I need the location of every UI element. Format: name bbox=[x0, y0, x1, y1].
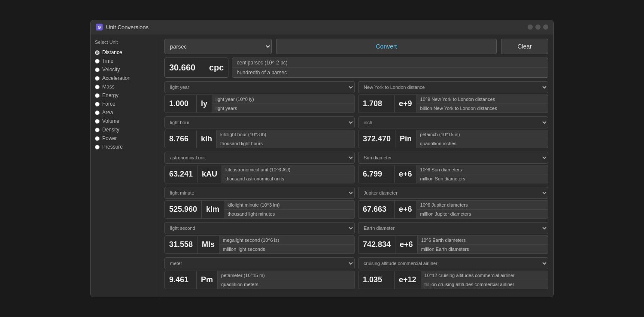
right-section-4: Earth diameter 742.834 e+6 10^6 Earth di… bbox=[358, 222, 548, 254]
left-select-wrapper-5: meter bbox=[164, 257, 355, 269]
right-unit-select-1[interactable]: inch bbox=[358, 116, 548, 128]
sidebar-item-distance[interactable]: Distance bbox=[95, 48, 155, 57]
conv-row-0: light year 1.000 ly light year (10^0 ly)… bbox=[164, 81, 548, 113]
right-section-1: inch 372.470 Pin petainch (10^15 in) qua… bbox=[358, 116, 548, 148]
right-body-4: 742.834 e+6 10^6 Earth diameters million… bbox=[358, 235, 548, 254]
main-content: Select Unit Distance Time Velocity Accel… bbox=[91, 34, 553, 297]
left-body-3: 525.960 klm kilolight minute (10^3 lm) t… bbox=[164, 200, 355, 219]
left-desc-3: kilolight minute (10^3 lm) thousand ligh… bbox=[224, 200, 355, 219]
left-desc-bot-3: thousand light minutes bbox=[224, 210, 354, 218]
right-select-wrapper-2: Sun diameter bbox=[358, 152, 548, 164]
left-section-1: light hour 8.766 klh kilolight hour (10^… bbox=[164, 116, 355, 148]
left-body-5: 9.461 Pm petameter (10^15 m) quadrillion… bbox=[164, 271, 355, 289]
sidebar-item-power[interactable]: Power bbox=[95, 134, 155, 143]
right-body-5: 1.035 e+12 10^12 cruising altitudes comm… bbox=[358, 271, 548, 289]
input-row: cpc centiparsec (10^-2 pc) hundredth of … bbox=[164, 58, 548, 78]
left-unit-select-4[interactable]: light second bbox=[164, 222, 355, 234]
right-desc-top-5: 10^12 cruising altitudes commercial airl… bbox=[421, 271, 548, 280]
left-unit-label-3: klm bbox=[202, 200, 224, 219]
input-value-field[interactable] bbox=[169, 63, 206, 73]
sidebar-item-area[interactable]: Area bbox=[95, 108, 155, 117]
left-value-3: 525.960 bbox=[164, 200, 202, 219]
right-value-1: 372.470 bbox=[358, 130, 395, 148]
right-unit-select-5[interactable]: cruising altitude commercial airliner bbox=[358, 257, 548, 269]
left-desc-top-2: kiloastronomical unit (10^3 AU) bbox=[222, 165, 354, 174]
app-icon-glyph: ⚙ bbox=[97, 25, 101, 30]
conv-row-1: light hour 8.766 klh kilolight hour (10^… bbox=[164, 116, 548, 148]
left-section-2: astronomical unit 63.241 kAU kiloastrono… bbox=[164, 152, 355, 183]
right-body-1: 372.470 Pin petainch (10^15 in) quadrill… bbox=[358, 130, 548, 148]
right-unit-label-5: e+12 bbox=[395, 271, 421, 289]
right-desc-bot-5: trillion cruising altitudes commercial a… bbox=[421, 280, 548, 289]
right-section-3: Jupiter diameter 67.663 e+6 10^6 Jupiter… bbox=[358, 187, 548, 219]
left-unit-label-1: klh bbox=[197, 130, 217, 148]
left-value-1: 8.766 bbox=[164, 130, 197, 148]
left-desc-top-5: petameter (10^15 m) bbox=[218, 271, 354, 280]
right-select-wrapper-1: inch bbox=[358, 116, 548, 128]
sidebar: Select Unit Distance Time Velocity Accel… bbox=[91, 34, 159, 297]
sidebar-item-density[interactable]: Density bbox=[95, 125, 155, 134]
sidebar-item-volume[interactable]: Volume bbox=[95, 117, 155, 125]
sidebar-label: Select Unit bbox=[95, 40, 155, 45]
left-section-0: light year 1.000 ly light year (10^0 ly)… bbox=[164, 81, 355, 113]
left-unit-select-3[interactable]: light minute bbox=[164, 187, 355, 199]
right-unit-label-0: e+9 bbox=[395, 94, 417, 113]
input-desc-bot: hundredth of a parsec bbox=[232, 68, 548, 77]
right-unit-select-4[interactable]: Earth diameter bbox=[358, 222, 548, 234]
right-value-5: 1.035 bbox=[358, 271, 395, 289]
convert-button[interactable]: Convert bbox=[276, 39, 497, 54]
sidebar-item-time[interactable]: Time bbox=[95, 57, 155, 65]
clear-area: Clear bbox=[501, 39, 548, 54]
right-unit-label-4: e+6 bbox=[395, 235, 418, 254]
left-body-4: 31.558 Mls megalight second (10^6 ls) mi… bbox=[164, 235, 355, 254]
input-desc: centiparsec (10^-2 pc) hundredth of a pa… bbox=[232, 58, 548, 78]
sidebar-item-mass[interactable]: Mass bbox=[95, 82, 155, 91]
left-desc-2: kiloastronomical unit (10^3 AU) thousand… bbox=[222, 165, 355, 183]
conv-row-3: light minute 525.960 klm kilolight minut… bbox=[164, 187, 548, 219]
conv-row-5: meter 9.461 Pm petameter (10^15 m) quadr… bbox=[164, 257, 548, 289]
right-unit-label-2: e+6 bbox=[395, 165, 417, 183]
left-unit-select-1[interactable]: light hour bbox=[164, 116, 355, 128]
right-desc-bot-0: billion New York to London distances bbox=[417, 104, 548, 113]
sidebar-item-acceleration[interactable]: Acceleration bbox=[95, 74, 155, 82]
right-desc-0: 10^9 New York to London distances billio… bbox=[417, 94, 548, 113]
left-desc-top-0: light year (10^0 ly) bbox=[212, 95, 354, 104]
left-desc-1: kilolight hour (10^3 lh) thousand light … bbox=[217, 130, 355, 148]
sidebar-item-velocity[interactable]: Velocity bbox=[95, 65, 155, 74]
right-unit-select-3[interactable]: Jupiter diameter bbox=[358, 187, 548, 199]
left-value-5: 9.461 bbox=[164, 271, 197, 289]
left-unit-select-0[interactable]: light year bbox=[164, 81, 355, 93]
left-value-0: 1.000 bbox=[164, 94, 197, 113]
right-select-wrapper-0: New York to London distance bbox=[358, 81, 548, 93]
sidebar-item-energy[interactable]: Energy bbox=[95, 91, 155, 100]
app-window: ⚙ Unit Conversions Select Unit Distance … bbox=[90, 20, 554, 297]
left-select-wrapper-2: astronomical unit bbox=[164, 152, 355, 164]
conversion-rows: light year 1.000 ly light year (10^0 ly)… bbox=[164, 81, 548, 289]
left-unit-select-2[interactable]: astronomical unit bbox=[164, 152, 355, 164]
right-desc-5: 10^12 cruising altitudes commercial airl… bbox=[421, 271, 548, 289]
left-desc-top-3: kilolight minute (10^3 lm) bbox=[224, 201, 354, 210]
clear-button[interactable]: Clear bbox=[501, 39, 548, 54]
left-select-wrapper-3: light minute bbox=[164, 187, 355, 199]
right-desc-4: 10^6 Earth diameters million Earth diame… bbox=[418, 235, 548, 254]
left-select-wrapper-4: light second bbox=[164, 222, 355, 234]
unit-select-wrapper: parsec light year light hour light minut… bbox=[164, 39, 272, 54]
right-desc-bot-3: million Jupiter diameters bbox=[417, 210, 548, 218]
left-unit-label-0: ly bbox=[197, 94, 212, 113]
window-btn-1[interactable] bbox=[528, 24, 533, 30]
right-desc-3: 10^6 Jupiter diameters million Jupiter d… bbox=[417, 200, 548, 219]
left-unit-select-5[interactable]: meter bbox=[164, 257, 355, 269]
right-value-0: 1.708 bbox=[358, 94, 395, 113]
left-desc-top-4: megalight second (10^6 ls) bbox=[219, 236, 354, 245]
window-btn-3[interactable] bbox=[543, 24, 548, 30]
left-value-2: 63.241 bbox=[164, 165, 197, 183]
right-unit-select-0[interactable]: New York to London distance bbox=[358, 81, 548, 93]
sidebar-item-pressure[interactable]: Pressure bbox=[95, 143, 155, 151]
unit-select[interactable]: parsec light year light hour light minut… bbox=[164, 39, 272, 54]
left-desc-bot-4: million light seconds bbox=[219, 245, 354, 253]
left-section-4: light second 31.558 Mls megalight second… bbox=[164, 222, 355, 254]
sidebar-item-force[interactable]: Force bbox=[95, 100, 155, 108]
left-body-1: 8.766 klh kilolight hour (10^3 lh) thous… bbox=[164, 130, 355, 148]
window-btn-2[interactable] bbox=[535, 24, 541, 30]
right-unit-select-2[interactable]: Sun diameter bbox=[358, 152, 548, 164]
